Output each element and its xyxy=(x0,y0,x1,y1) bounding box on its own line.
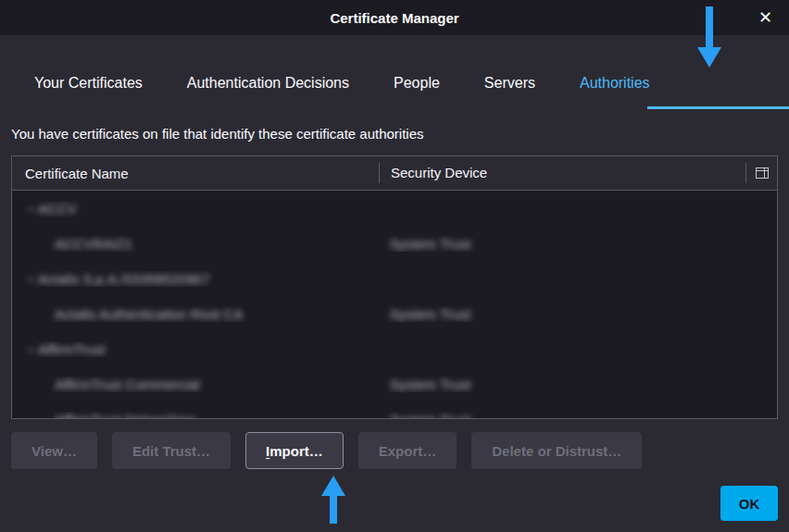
certificate-name-cell: − AffirmTrust xyxy=(12,341,379,357)
table-row[interactable]: AffirmTrust NetworkingSystem Trust xyxy=(12,402,777,418)
table-row[interactable]: − ACCV xyxy=(12,191,777,226)
security-device-cell: System Trust xyxy=(379,306,777,322)
column-header-certificate-name[interactable]: Certificate Name xyxy=(12,166,379,181)
certificate-name-cell: AffirmTrust Networking xyxy=(12,412,379,419)
table-row[interactable]: ACCVRAIZ1System Trust xyxy=(12,226,777,261)
column-header-security-device[interactable]: Security Device xyxy=(379,163,745,183)
table-row[interactable]: AffirmTrust CommercialSystem Trust xyxy=(12,366,777,402)
edit-trust-button[interactable]: Edit Trust… xyxy=(112,432,231,469)
tab-your-certificates[interactable]: Your Certificates xyxy=(34,75,143,92)
tab-authentication-decisions[interactable]: Authentication Decisions xyxy=(187,75,349,92)
certificate-name-cell: − ACCV xyxy=(12,201,379,217)
certificate-table-body: − ACCVACCVRAIZ1System Trust− Actalis S.p… xyxy=(12,191,777,418)
ok-button[interactable]: OK xyxy=(720,486,778,521)
certificate-table: Certificate Name Security Device − ACCVA… xyxy=(11,155,778,419)
certificate-name-cell: ACCVRAIZ1 xyxy=(12,236,379,252)
table-row[interactable]: − Actalis S.p.A./03358520967 xyxy=(12,261,777,296)
security-device-cell: System Trust xyxy=(379,236,777,252)
certificate-name-cell: AffirmTrust Commercial xyxy=(12,377,379,392)
tab-bar: Your CertificatesAuthentication Decision… xyxy=(0,35,789,109)
delete-or-distrust-button[interactable]: Delete or Distrust… xyxy=(471,432,642,469)
table-row[interactable]: − AffirmTrust xyxy=(12,331,777,366)
table-row[interactable]: Actalis Authentication Root CASystem Tru… xyxy=(12,296,777,331)
annotation-arrow-up-icon xyxy=(321,476,345,524)
window-title: Certificate Manager xyxy=(330,10,458,26)
certificate-name-cell: Actalis Authentication Root CA xyxy=(12,306,379,322)
active-tab-underline xyxy=(647,106,789,109)
column-picker-icon[interactable] xyxy=(745,163,777,183)
certificate-name-cell: − Actalis S.p.A./03358520967 xyxy=(12,271,379,287)
column-picker-glyph xyxy=(756,167,769,179)
description-text: You have certificates on file that ident… xyxy=(11,124,778,144)
security-device-cell: System Trust xyxy=(379,412,777,419)
title-bar: Certificate Manager ✕ xyxy=(0,0,789,35)
close-icon[interactable]: ✕ xyxy=(755,0,776,35)
tab-authorities[interactable]: Authorities xyxy=(580,75,650,92)
import-button[interactable]: Import… xyxy=(245,432,344,469)
security-device-cell: System Trust xyxy=(379,377,777,392)
tab-people[interactable]: People xyxy=(394,75,440,92)
action-buttons: View…Edit Trust…Import…Export…Delete or … xyxy=(11,432,778,469)
export-button[interactable]: Export… xyxy=(358,432,457,469)
view-button[interactable]: View… xyxy=(11,432,97,469)
table-header: Certificate Name Security Device xyxy=(12,156,777,191)
tab-servers[interactable]: Servers xyxy=(484,75,535,92)
